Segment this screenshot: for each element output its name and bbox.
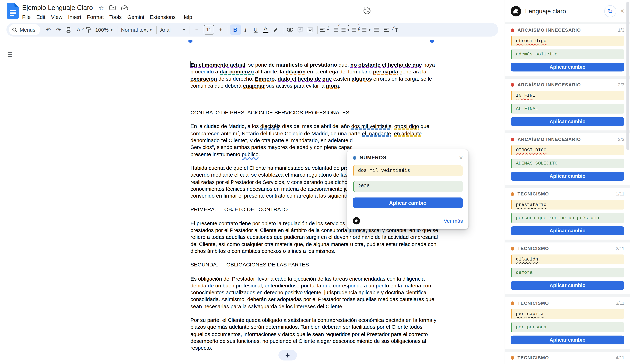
apply-change-button[interactable]: Aplicar cambio (511, 172, 624, 181)
font-size-input[interactable]: 11 (204, 25, 214, 34)
search-icon (12, 27, 17, 32)
doc-line: conocimientos actualizados en derecho po… (190, 290, 432, 297)
font-select[interactable]: Arial▼ (158, 24, 188, 35)
suggestion-popup: NÚMEROS × dos mil veintiséis 2026 Aplica… (347, 149, 468, 229)
increase-font-size-button[interactable]: + (216, 24, 226, 35)
menu-extensions[interactable]: Extensions (147, 13, 178, 21)
document-outline-icon[interactable]: ☰ (7, 51, 12, 58)
suggestion-category: TECNICISMO (518, 191, 616, 196)
version-history-icon[interactable] (362, 5, 372, 16)
suggestion-count: 2/3 (618, 82, 624, 87)
replacement-text-field[interactable]: por persona (511, 322, 624, 332)
indent-marker-left-icon[interactable] (188, 40, 192, 43)
doc-line: comparecen ante mí, Notario del Ilustre … (190, 130, 432, 137)
suggestion-list: ARCAÍSMO INNECESARIO1/3otrosí digoademás… (505, 22, 630, 364)
redo-button[interactable]: ↷ (54, 24, 63, 35)
popup-apply-button[interactable]: Aplicar cambio (353, 198, 463, 208)
indent-marker-right-icon[interactable] (430, 40, 434, 43)
doc-line: En el momento actual, se pone de manifie… (190, 62, 432, 69)
popup-close-icon[interactable]: × (459, 155, 463, 161)
menu-format[interactable]: Format (84, 13, 106, 21)
bold-button[interactable]: B (230, 24, 240, 35)
menus-search-button[interactable]: Menus (9, 24, 40, 35)
numbered-list-button[interactable]: 12▼ (360, 24, 371, 35)
insert-image-button[interactable] (305, 24, 315, 35)
suggestion-category: ARCAÍSMO INNECESARIO (518, 28, 618, 32)
sidebar-close-icon[interactable]: × (620, 7, 624, 15)
doc-line: expiración de su derecho. Empero, dado e… (190, 76, 432, 83)
doc-line: procedido a dar comienzo al trámite, la … (190, 69, 432, 76)
original-text-field[interactable]: otrosí digo (511, 36, 624, 46)
original-text-field[interactable]: per cápita (511, 309, 624, 319)
add-comment-button[interactable] (295, 24, 305, 35)
paragraph-style-select[interactable]: Normal text▼ (119, 24, 154, 35)
toolbar: Menus ↶ ↷ A✓ 100%▼ Normal text▼ Arial▼ −… (6, 23, 498, 36)
apply-change-button[interactable]: Aplicar cambio (511, 117, 624, 126)
lenguaje-claro-logo-icon (353, 217, 360, 224)
apply-change-button[interactable]: Aplicar cambio (511, 226, 624, 235)
undo-button[interactable]: ↶ (44, 24, 54, 35)
menu-insert[interactable]: Insert (65, 13, 84, 21)
suggestion-card: ARCAÍSMO INNECESARIO3/3OTROSI DIGOADEMÁS… (505, 133, 630, 185)
doc-line: comunica que deberá enajenar sus activos… (190, 83, 432, 90)
underline-button[interactable]: U (250, 24, 260, 35)
doc-line: CONTRATO DE PRESTACIÓN DE SERVICIOS PROF… (190, 110, 432, 117)
ver-mas-link[interactable]: Ver más (444, 218, 463, 224)
replacement-text-field[interactable]: demora (511, 268, 624, 277)
popup-replacement-field[interactable]: 2026 (353, 181, 463, 192)
clear-formatting-button[interactable]: T∕ (392, 24, 402, 35)
severity-dot-icon (511, 137, 514, 141)
document-title[interactable]: Ejemplo Lenguaje Claro (22, 4, 93, 11)
text-color-button[interactable]: A (260, 24, 270, 35)
move-to-folder-icon[interactable] (109, 5, 116, 10)
doc-line: dichos ámbitos o con ámbitos conexos o a… (190, 248, 432, 255)
menu-gemini[interactable]: Gemini (124, 13, 147, 21)
decrease-font-size-button[interactable]: − (192, 24, 202, 35)
suggestion-count: 2/11 (616, 246, 624, 251)
menu-view[interactable]: View (48, 13, 65, 21)
original-text-field[interactable]: prestatario (511, 200, 624, 209)
suggestion-category: ARCAÍSMO INNECESARIO (518, 82, 618, 87)
replacement-text-field[interactable]: persona que recibe un préstamo (511, 213, 624, 223)
menu-help[interactable]: Help (178, 13, 195, 21)
original-text-field[interactable]: OTROSI DIGO (511, 145, 624, 155)
sidebar-scrollbar[interactable] (626, 1, 629, 150)
apply-change-button[interactable]: Aplicar cambio (511, 281, 624, 290)
suggestion-card: TECNICISMO2/11dilacióndemoraAplicar camb… (505, 243, 630, 294)
paint-format-button[interactable] (84, 24, 94, 35)
menu-tools[interactable]: Tools (106, 13, 124, 21)
suggestion-category: TECNICISMO (518, 301, 616, 306)
replacement-text-field[interactable]: además solicito (511, 49, 624, 59)
highlight-color-button[interactable] (271, 24, 281, 35)
replacement-text-field[interactable]: AL FINAL (511, 104, 624, 114)
star-icon[interactable]: ☆ (98, 4, 104, 10)
doc-line: Es obligación del Prestador llevar a cab… (190, 276, 432, 283)
apply-change-button[interactable]: Aplicar cambio (511, 63, 624, 71)
doc-line: plazos que más adelante serán determinad… (190, 324, 432, 331)
gemini-help-button[interactable] (278, 350, 297, 361)
segunda-heading: SEGUNDA. — OBLIGACIONES DE LAS PARTES (190, 262, 432, 269)
spell-check-button[interactable]: A✓ (74, 24, 84, 35)
insert-link-button[interactable] (285, 24, 295, 35)
suggestion-count: 1/3 (618, 28, 624, 32)
menu-edit[interactable]: Edit (34, 13, 48, 21)
print-button[interactable] (64, 24, 74, 35)
italic-button[interactable]: I (240, 24, 250, 35)
severity-dot-icon (511, 356, 514, 360)
suggestion-card: ARCAÍSMO INNECESARIO1/3otrosí digoademás… (505, 24, 630, 76)
cloud-saved-icon[interactable] (121, 5, 128, 10)
docs-logo-icon[interactable] (7, 3, 19, 19)
apply-change-button[interactable]: Aplicar cambio (511, 336, 624, 345)
increase-indent-button[interactable] (382, 24, 392, 35)
replacement-text-field[interactable]: ADEMÁS SOLICITO (511, 159, 624, 168)
popup-original-field[interactable]: dos mil veintiséis (353, 165, 463, 176)
original-text-field[interactable]: dilación (511, 255, 624, 264)
zoom-select[interactable]: 100%▼ (94, 24, 115, 35)
decrease-indent-button[interactable] (371, 24, 381, 35)
doc-line: refiere a todas aquellas cuestiones que … (190, 234, 432, 241)
menu-file[interactable]: File (19, 13, 34, 21)
original-text-field[interactable]: IN FINE (511, 91, 624, 100)
doc-line: consolidada. Asimismo, deberán ser adopt… (190, 296, 432, 303)
refresh-icon[interactable]: ↻ (604, 5, 616, 17)
header: Ejemplo Lenguaje Claro ☆ FileEditViewIns… (0, 0, 505, 22)
